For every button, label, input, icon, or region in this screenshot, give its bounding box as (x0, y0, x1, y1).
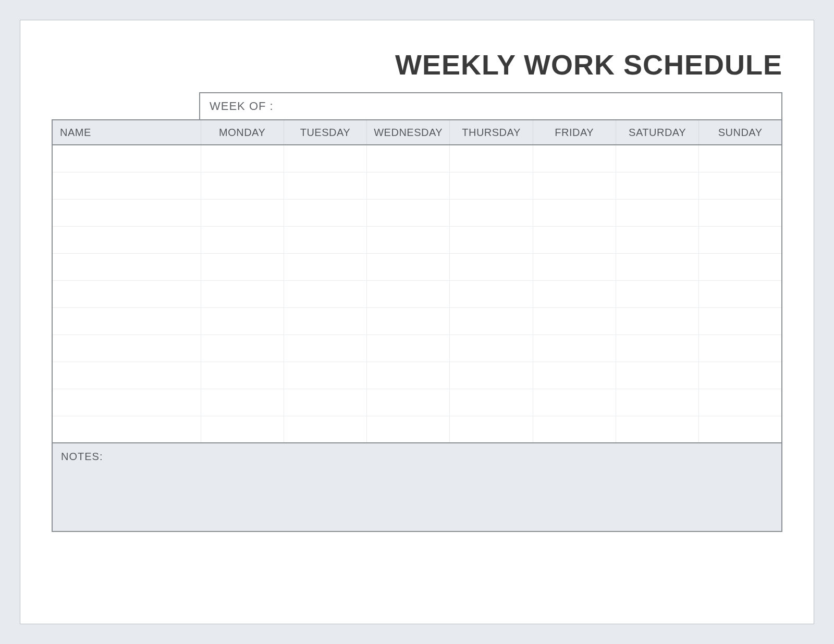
cell-wed (367, 226, 450, 253)
table-row (52, 199, 782, 226)
cell-fri (533, 389, 616, 416)
column-header-thursday: THURSDAY (450, 120, 533, 145)
cell-thu (450, 307, 533, 335)
cell-wed (367, 362, 450, 389)
week-of-field: WEEK OF : (199, 92, 782, 119)
notes-section: NOTES: (52, 443, 782, 532)
cell-name (52, 226, 201, 253)
cell-thu (450, 335, 533, 362)
cell-thu (450, 199, 533, 226)
cell-sat (616, 307, 698, 335)
cell-sat (616, 226, 698, 253)
cell-mon (201, 226, 284, 253)
column-header-wednesday: WEDNESDAY (367, 120, 450, 145)
week-of-label: WEEK OF : (210, 100, 274, 113)
cell-wed (367, 416, 450, 443)
cell-mon (201, 416, 284, 443)
cell-name (52, 199, 201, 226)
cell-thu (450, 416, 533, 443)
cell-tue (284, 253, 366, 280)
cell-mon (201, 172, 284, 199)
cell-sun (699, 335, 782, 362)
cell-mon (201, 362, 284, 389)
cell-wed (367, 172, 450, 199)
column-header-friday: FRIDAY (533, 120, 616, 145)
cell-fri (533, 226, 616, 253)
cell-tue (284, 172, 366, 199)
cell-sun (699, 389, 782, 416)
cell-sat (616, 389, 698, 416)
cell-name (52, 307, 201, 335)
cell-name (52, 280, 201, 307)
cell-tue (284, 335, 366, 362)
cell-name (52, 416, 201, 443)
cell-thu (450, 226, 533, 253)
table-row (52, 362, 782, 389)
column-header-name: NAME (52, 120, 201, 145)
cell-tue (284, 280, 366, 307)
schedule-page: WEEKLY WORK SCHEDULE WEEK OF : NAME MOND… (20, 20, 814, 624)
cell-mon (201, 199, 284, 226)
cell-name (52, 335, 201, 362)
cell-tue (284, 362, 366, 389)
page-title: WEEKLY WORK SCHEDULE (52, 48, 782, 81)
table-row (52, 145, 782, 172)
cell-fri (533, 253, 616, 280)
table-body (52, 145, 782, 443)
table-row (52, 389, 782, 416)
cell-sun (699, 253, 782, 280)
cell-sun (699, 145, 782, 172)
cell-wed (367, 307, 450, 335)
cell-tue (284, 199, 366, 226)
cell-wed (367, 145, 450, 172)
cell-fri (533, 416, 616, 443)
cell-tue (284, 307, 366, 335)
cell-name (52, 172, 201, 199)
cell-fri (533, 362, 616, 389)
cell-thu (450, 389, 533, 416)
table-row (52, 416, 782, 443)
cell-tue (284, 389, 366, 416)
cell-name (52, 389, 201, 416)
table-row (52, 307, 782, 335)
cell-sun (699, 226, 782, 253)
cell-tue (284, 416, 366, 443)
cell-sat (616, 199, 698, 226)
cell-sat (616, 145, 698, 172)
cell-fri (533, 199, 616, 226)
cell-mon (201, 389, 284, 416)
cell-sun (699, 280, 782, 307)
cell-thu (450, 280, 533, 307)
column-header-monday: MONDAY (201, 120, 284, 145)
cell-fri (533, 145, 616, 172)
cell-sun (699, 416, 782, 443)
table-row (52, 172, 782, 199)
cell-sat (616, 172, 698, 199)
column-header-tuesday: TUESDAY (284, 120, 366, 145)
cell-wed (367, 253, 450, 280)
cell-sat (616, 280, 698, 307)
cell-thu (450, 172, 533, 199)
cell-fri (533, 307, 616, 335)
cell-sat (616, 416, 698, 443)
cell-fri (533, 172, 616, 199)
column-header-sunday: SUNDAY (699, 120, 782, 145)
table-row (52, 280, 782, 307)
cell-sun (699, 172, 782, 199)
cell-sun (699, 199, 782, 226)
cell-mon (201, 335, 284, 362)
cell-fri (533, 335, 616, 362)
cell-mon (201, 253, 284, 280)
cell-wed (367, 280, 450, 307)
cell-name (52, 253, 201, 280)
cell-tue (284, 145, 366, 172)
cell-mon (201, 280, 284, 307)
cell-name (52, 362, 201, 389)
cell-wed (367, 199, 450, 226)
cell-wed (367, 389, 450, 416)
cell-mon (201, 145, 284, 172)
column-header-saturday: SATURDAY (616, 120, 698, 145)
cell-fri (533, 280, 616, 307)
cell-sat (616, 253, 698, 280)
table-row (52, 226, 782, 253)
